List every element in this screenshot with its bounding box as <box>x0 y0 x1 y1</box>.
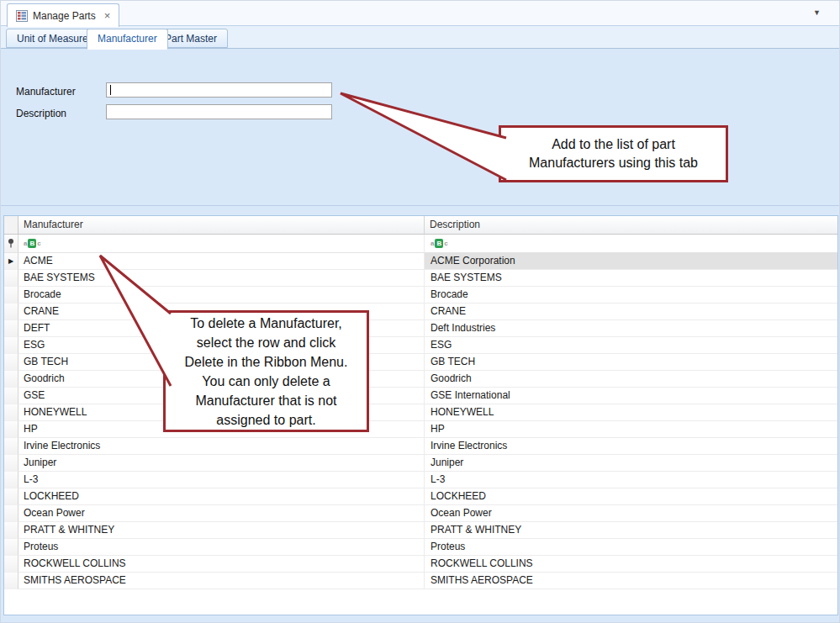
row-indicator[interactable]: ▶ <box>4 320 18 337</box>
cell-description[interactable]: Deft Industries <box>425 320 837 337</box>
table-row[interactable]: ▶ PRATT & WHITNEY PRATT & WHITNEY <box>4 522 837 539</box>
cell-manufacturer[interactable]: Brocade <box>18 287 425 304</box>
table-row[interactable]: ▶ DEFT Deft Industries <box>4 320 837 337</box>
table-row[interactable]: ▶ ACME ACME Corporation <box>4 253 837 270</box>
row-indicator[interactable]: ▶ <box>4 539 18 556</box>
cell-manufacturer[interactable]: PRATT & WHITNEY <box>18 522 425 539</box>
tab-unit-of-measure[interactable]: Unit of Measure <box>6 29 99 48</box>
cell-manufacturer[interactable]: Juniper <box>18 455 425 472</box>
cell-description[interactable]: SMITHS AEROSPACE <box>425 573 837 589</box>
cell-description[interactable]: HP <box>425 421 837 438</box>
callout-add-manufacturer: Add to the list of part Manufacturers us… <box>499 125 728 182</box>
cell-description[interactable]: GB TECH <box>425 354 837 371</box>
cell-manufacturer[interactable]: Proteus <box>18 539 425 556</box>
row-indicator[interactable]: ▶ <box>4 253 18 270</box>
cell-description[interactable]: Goodrich <box>425 371 837 388</box>
cell-manufacturer[interactable]: Ocean Power <box>18 505 425 522</box>
cell-description[interactable]: ESG <box>425 337 837 354</box>
cell-description[interactable]: GSE International <box>425 388 837 404</box>
table-row[interactable]: ▶ Goodrich Goodrich <box>4 371 837 388</box>
row-indicator[interactable]: ▶ <box>4 304 18 320</box>
abc-filter-icon: aBc <box>24 239 41 248</box>
row-indicator[interactable]: ▶ <box>4 573 18 589</box>
row-indicator[interactable]: ▶ <box>4 287 18 304</box>
row-indicator[interactable]: ▶ <box>4 438 18 455</box>
cell-manufacturer[interactable]: Irvine Electronics <box>18 438 425 455</box>
row-indicator[interactable]: ▶ <box>4 337 18 354</box>
row-indicator[interactable]: ▶ <box>4 404 18 421</box>
manufacturer-input[interactable] <box>106 82 332 98</box>
row-indicator[interactable]: ▶ <box>4 472 18 488</box>
cell-description[interactable]: ACME Corporation <box>425 253 837 270</box>
grid-filter-row: aBc aBc <box>4 235 837 253</box>
manufacturers-grid: Manufacturer Description aBc aBc ▶ ACME … <box>3 215 838 615</box>
table-row[interactable]: ▶ Proteus Proteus <box>4 539 837 556</box>
table-row[interactable]: ▶ LOCKHEED LOCKHEED <box>4 488 837 505</box>
row-indicator[interactable]: ▶ <box>4 388 18 404</box>
document-tab-bar: Manage Parts × ▼ <box>1 1 839 26</box>
table-row[interactable]: ▶ L-3 L-3 <box>4 472 837 488</box>
cell-manufacturer[interactable]: ROCKWELL COLLINS <box>18 556 425 573</box>
cell-description[interactable]: BAE SYSTEMS <box>425 270 837 287</box>
callout-add-text: Add to the list of part Manufacturers us… <box>529 135 698 172</box>
table-row[interactable]: ▶ Juniper Juniper <box>4 455 837 472</box>
table-icon <box>16 10 28 22</box>
callout-delete-text: To delete a Manufacturer, select the row… <box>185 314 348 430</box>
document-tab-manage-parts[interactable]: Manage Parts × <box>7 3 119 27</box>
description-input[interactable] <box>106 104 332 119</box>
cell-manufacturer[interactable]: BAE SYSTEMS <box>18 270 425 287</box>
table-row[interactable]: ▶ SMITHS AEROSPACE SMITHS AEROSPACE <box>4 573 837 589</box>
callout-delete-manufacturer: To delete a Manufacturer, select the row… <box>163 310 369 432</box>
cell-description[interactable]: CRANE <box>425 304 837 320</box>
table-row[interactable]: ▶ Ocean Power Ocean Power <box>4 505 837 522</box>
table-row[interactable]: ▶ Brocade Brocade <box>4 287 837 304</box>
filter-cell-description[interactable]: aBc <box>425 235 837 253</box>
table-row[interactable]: ▶ Irvine Electronics Irvine Electronics <box>4 438 837 455</box>
cell-description[interactable]: Brocade <box>425 287 837 304</box>
subtab-bar: Unit of Measure Manufacturer Part Master <box>1 26 839 49</box>
grid-body: ▶ ACME ACME Corporation ▶ BAE SYSTEMS BA… <box>4 253 837 589</box>
cell-description[interactable]: Ocean Power <box>425 505 837 522</box>
cell-manufacturer[interactable]: SMITHS AEROSPACE <box>18 573 425 589</box>
filter-cell-manufacturer[interactable]: aBc <box>18 235 425 253</box>
row-indicator[interactable]: ▶ <box>4 371 18 388</box>
cell-description[interactable]: Juniper <box>425 455 837 472</box>
tab-list-dropdown-icon[interactable]: ▼ <box>813 8 821 17</box>
table-row[interactable]: ▶ HP HP <box>4 421 837 438</box>
manage-parts-window: Manage Parts × ▼ Unit of Measure Manufac… <box>0 0 840 623</box>
cell-description[interactable]: PRATT & WHITNEY <box>425 522 837 539</box>
row-indicator[interactable]: ▶ <box>4 488 18 505</box>
tab-manufacturer[interactable]: Manufacturer <box>87 29 168 50</box>
document-tab-label: Manage Parts <box>33 10 96 22</box>
cell-manufacturer[interactable]: LOCKHEED <box>18 488 425 505</box>
cell-manufacturer[interactable]: L-3 <box>18 472 425 488</box>
row-indicator[interactable]: ▶ <box>4 556 18 573</box>
row-indicator[interactable]: ▶ <box>4 505 18 522</box>
table-row[interactable]: ▶ GSE GSE International <box>4 388 837 404</box>
row-indicator[interactable]: ▶ <box>4 270 18 287</box>
row-indicator[interactable]: ▶ <box>4 455 18 472</box>
description-label: Description <box>16 108 66 119</box>
manufacturer-label: Manufacturer <box>16 86 76 98</box>
close-icon[interactable]: × <box>104 10 111 21</box>
column-header-description[interactable]: Description <box>425 216 837 235</box>
table-row[interactable]: ▶ CRANE CRANE <box>4 304 837 320</box>
cell-description[interactable]: ROCKWELL COLLINS <box>425 556 837 573</box>
column-header-manufacturer[interactable]: Manufacturer <box>18 216 425 235</box>
cell-description[interactable]: Irvine Electronics <box>425 438 837 455</box>
cell-description[interactable]: L-3 <box>425 472 837 488</box>
row-indicator[interactable]: ▶ <box>4 421 18 438</box>
table-row[interactable]: ▶ ROCKWELL COLLINS ROCKWELL COLLINS <box>4 556 837 573</box>
filter-pin-icon <box>4 235 18 253</box>
table-row[interactable]: ▶ GB TECH GB TECH <box>4 354 837 371</box>
cell-manufacturer[interactable]: ACME <box>18 253 425 270</box>
row-indicator[interactable]: ▶ <box>4 354 18 371</box>
cell-description[interactable]: LOCKHEED <box>425 488 837 505</box>
table-row[interactable]: ▶ HONEYWELL HONEYWELL <box>4 404 837 421</box>
table-row[interactable]: ▶ ESG ESG <box>4 337 837 354</box>
cell-description[interactable]: HONEYWELL <box>425 404 837 421</box>
row-indicator[interactable]: ▶ <box>4 522 18 539</box>
cell-description[interactable]: Proteus <box>425 539 837 556</box>
table-row[interactable]: ▶ BAE SYSTEMS BAE SYSTEMS <box>4 270 837 287</box>
tab-content: Manufacturer Description Add to the list… <box>1 49 839 622</box>
